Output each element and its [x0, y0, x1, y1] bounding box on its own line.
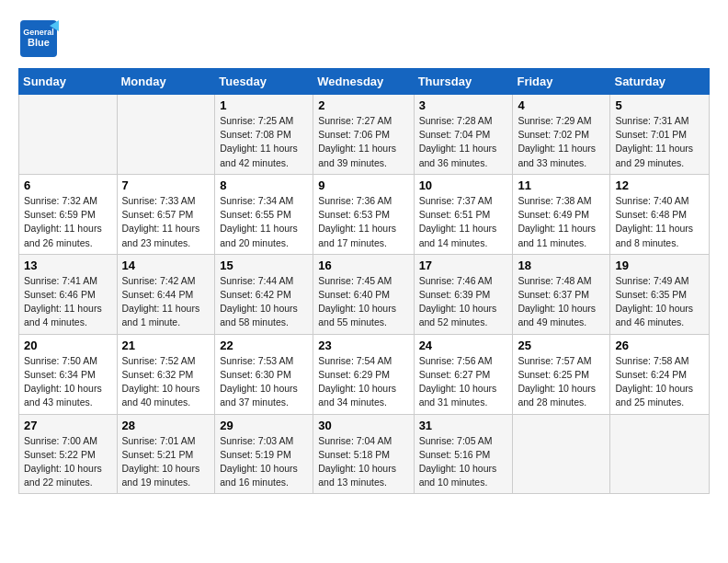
- day-number: 4: [518, 98, 605, 112]
- day-info: Sunrise: 7:45 AM Sunset: 6:40 PM Dayligh…: [318, 274, 408, 330]
- calendar-cell: 6Sunrise: 7:32 AM Sunset: 6:59 PM Daylig…: [19, 174, 118, 254]
- day-info: Sunrise: 7:57 AM Sunset: 6:25 PM Dayligh…: [518, 354, 605, 410]
- calendar-cell: 7Sunrise: 7:33 AM Sunset: 6:57 PM Daylig…: [117, 174, 215, 254]
- day-info: Sunrise: 7:54 AM Sunset: 6:29 PM Dayligh…: [318, 354, 408, 410]
- day-info: Sunrise: 7:34 AM Sunset: 6:55 PM Dayligh…: [220, 194, 308, 250]
- day-info: Sunrise: 7:01 AM Sunset: 5:21 PM Dayligh…: [122, 434, 210, 490]
- day-info: Sunrise: 7:41 AM Sunset: 6:46 PM Dayligh…: [24, 274, 112, 330]
- day-number: 23: [318, 339, 408, 352]
- calendar-cell: 15Sunrise: 7:44 AM Sunset: 6:42 PM Dayli…: [215, 254, 313, 334]
- calendar-cell: 21Sunrise: 7:52 AM Sunset: 6:32 PM Dayli…: [117, 334, 215, 414]
- day-info: Sunrise: 7:37 AM Sunset: 6:51 PM Dayligh…: [419, 194, 508, 250]
- calendar-cell: 8Sunrise: 7:34 AM Sunset: 6:55 PM Daylig…: [215, 174, 313, 254]
- day-number: 11: [518, 178, 605, 192]
- calendar-cell: 16Sunrise: 7:45 AM Sunset: 6:40 PM Dayli…: [313, 254, 414, 334]
- day-info: Sunrise: 7:05 AM Sunset: 5:16 PM Dayligh…: [419, 434, 508, 490]
- day-info: Sunrise: 7:25 AM Sunset: 7:08 PM Dayligh…: [220, 114, 308, 170]
- day-info: Sunrise: 7:42 AM Sunset: 6:44 PM Dayligh…: [122, 274, 210, 330]
- day-info: Sunrise: 7:31 AM Sunset: 7:01 PM Dayligh…: [615, 114, 704, 170]
- day-info: Sunrise: 7:52 AM Sunset: 6:32 PM Dayligh…: [122, 354, 210, 410]
- calendar-cell: 2Sunrise: 7:27 AM Sunset: 7:06 PM Daylig…: [313, 95, 414, 175]
- day-number: 19: [615, 259, 704, 272]
- day-number: 28: [122, 419, 210, 432]
- day-number: 30: [318, 419, 408, 432]
- day-number: 27: [24, 419, 112, 432]
- calendar-week-1: 1Sunrise: 7:25 AM Sunset: 7:08 PM Daylig…: [19, 95, 710, 175]
- header-saturday: Saturday: [610, 69, 710, 95]
- day-number: 1: [220, 98, 308, 112]
- day-info: Sunrise: 7:03 AM Sunset: 5:19 PM Dayligh…: [220, 434, 308, 490]
- day-info: Sunrise: 7:29 AM Sunset: 7:02 PM Dayligh…: [518, 114, 605, 170]
- day-number: 25: [518, 339, 605, 352]
- day-info: Sunrise: 7:38 AM Sunset: 6:49 PM Dayligh…: [518, 194, 605, 250]
- day-info: Sunrise: 7:58 AM Sunset: 6:24 PM Dayligh…: [615, 354, 704, 410]
- day-number: 14: [122, 259, 210, 272]
- calendar-cell: 3Sunrise: 7:28 AM Sunset: 7:04 PM Daylig…: [414, 95, 513, 175]
- day-number: 13: [24, 259, 112, 272]
- calendar-cell: 19Sunrise: 7:49 AM Sunset: 6:35 PM Dayli…: [610, 254, 710, 334]
- svg-text:General: General: [23, 28, 54, 37]
- calendar-cell: 12Sunrise: 7:40 AM Sunset: 6:48 PM Dayli…: [610, 174, 710, 254]
- day-number: 17: [419, 259, 508, 272]
- day-number: 9: [318, 178, 408, 192]
- day-number: 16: [318, 259, 408, 272]
- day-number: 31: [419, 419, 508, 432]
- day-number: 3: [419, 98, 508, 112]
- day-info: Sunrise: 7:27 AM Sunset: 7:06 PM Dayligh…: [318, 114, 408, 170]
- day-info: Sunrise: 7:49 AM Sunset: 6:35 PM Dayligh…: [615, 274, 704, 330]
- calendar-header-row: SundayMondayTuesdayWednesdayThursdayFrid…: [19, 69, 710, 95]
- day-info: Sunrise: 7:36 AM Sunset: 6:53 PM Dayligh…: [318, 194, 408, 250]
- calendar-cell: 24Sunrise: 7:56 AM Sunset: 6:27 PM Dayli…: [414, 334, 513, 414]
- day-info: Sunrise: 7:40 AM Sunset: 6:48 PM Dayligh…: [615, 194, 704, 250]
- day-number: 15: [220, 259, 308, 272]
- calendar-cell: 29Sunrise: 7:03 AM Sunset: 5:19 PM Dayli…: [215, 414, 313, 494]
- day-number: 21: [122, 339, 210, 352]
- calendar-cell: 5Sunrise: 7:31 AM Sunset: 7:01 PM Daylig…: [610, 95, 710, 175]
- day-number: 6: [24, 178, 112, 192]
- calendar-cell: 1Sunrise: 7:25 AM Sunset: 7:08 PM Daylig…: [215, 95, 313, 175]
- calendar-cell: 22Sunrise: 7:53 AM Sunset: 6:30 PM Dayli…: [215, 334, 313, 414]
- day-number: 5: [615, 98, 704, 112]
- day-info: Sunrise: 7:28 AM Sunset: 7:04 PM Dayligh…: [419, 114, 508, 170]
- calendar-cell: 4Sunrise: 7:29 AM Sunset: 7:02 PM Daylig…: [513, 95, 610, 175]
- day-number: 2: [318, 98, 408, 112]
- day-info: Sunrise: 7:50 AM Sunset: 6:34 PM Dayligh…: [24, 354, 112, 410]
- header-thursday: Thursday: [414, 69, 513, 95]
- day-number: 7: [122, 178, 210, 192]
- day-info: Sunrise: 7:53 AM Sunset: 6:30 PM Dayligh…: [220, 354, 308, 410]
- calendar-week-2: 6Sunrise: 7:32 AM Sunset: 6:59 PM Daylig…: [19, 174, 710, 254]
- header: General Blue: [18, 18, 710, 59]
- day-number: 18: [518, 259, 605, 272]
- calendar-cell: [610, 414, 710, 494]
- day-info: Sunrise: 7:46 AM Sunset: 6:39 PM Dayligh…: [419, 274, 508, 330]
- day-number: 24: [419, 339, 508, 352]
- calendar-cell: 30Sunrise: 7:04 AM Sunset: 5:18 PM Dayli…: [313, 414, 414, 494]
- calendar-cell: 14Sunrise: 7:42 AM Sunset: 6:44 PM Dayli…: [117, 254, 215, 334]
- calendar-cell: 17Sunrise: 7:46 AM Sunset: 6:39 PM Dayli…: [414, 254, 513, 334]
- calendar-cell: 27Sunrise: 7:00 AM Sunset: 5:22 PM Dayli…: [19, 414, 118, 494]
- day-info: Sunrise: 7:32 AM Sunset: 6:59 PM Dayligh…: [24, 194, 112, 250]
- day-number: 29: [220, 419, 308, 432]
- day-info: Sunrise: 7:48 AM Sunset: 6:37 PM Dayligh…: [518, 274, 605, 330]
- calendar-cell: [513, 414, 610, 494]
- header-monday: Monday: [117, 69, 215, 95]
- calendar-cell: 11Sunrise: 7:38 AM Sunset: 6:49 PM Dayli…: [513, 174, 610, 254]
- calendar-cell: [117, 95, 215, 175]
- calendar-cell: 31Sunrise: 7:05 AM Sunset: 5:16 PM Dayli…: [414, 414, 513, 494]
- calendar-cell: 20Sunrise: 7:50 AM Sunset: 6:34 PM Dayli…: [19, 334, 118, 414]
- calendar-table: SundayMondayTuesdayWednesdayThursdayFrid…: [18, 68, 710, 494]
- calendar-cell: [19, 95, 118, 175]
- header-tuesday: Tuesday: [215, 69, 313, 95]
- day-number: 8: [220, 178, 308, 192]
- day-info: Sunrise: 7:44 AM Sunset: 6:42 PM Dayligh…: [220, 274, 308, 330]
- header-sunday: Sunday: [19, 69, 118, 95]
- calendar-cell: 26Sunrise: 7:58 AM Sunset: 6:24 PM Dayli…: [610, 334, 710, 414]
- logo: General Blue: [18, 18, 59, 59]
- svg-text:Blue: Blue: [28, 37, 50, 48]
- day-info: Sunrise: 7:33 AM Sunset: 6:57 PM Dayligh…: [122, 194, 210, 250]
- day-number: 22: [220, 339, 308, 352]
- day-number: 26: [615, 339, 704, 352]
- calendar-cell: 28Sunrise: 7:01 AM Sunset: 5:21 PM Dayli…: [117, 414, 215, 494]
- day-info: Sunrise: 7:56 AM Sunset: 6:27 PM Dayligh…: [419, 354, 508, 410]
- day-info: Sunrise: 7:00 AM Sunset: 5:22 PM Dayligh…: [24, 434, 112, 490]
